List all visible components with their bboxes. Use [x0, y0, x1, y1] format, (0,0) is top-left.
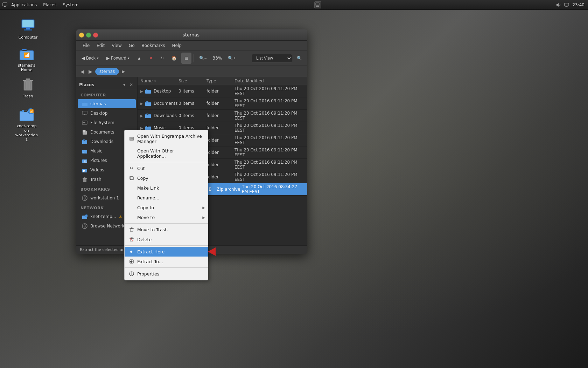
forward-dropdown-icon[interactable]: ▾	[128, 56, 130, 60]
desktop-icon-computer[interactable]: Computer	[14, 15, 42, 42]
up-button[interactable]: ▲	[134, 53, 145, 64]
expand-arrow[interactable]: ▶	[140, 102, 145, 105]
desktop-icon-xnet[interactable]: 📶 xnet-temp on workstation1	[13, 103, 41, 144]
svg-point-53	[85, 214, 88, 217]
context-menu: Open With Engrampa Archive Manager Open …	[124, 130, 208, 280]
col-date-header[interactable]: Date Modified	[234, 79, 304, 83]
location-forward-button[interactable]: ▶	[87, 68, 94, 75]
expand-arrow[interactable]: ▶	[140, 126, 145, 130]
back-dropdown-icon[interactable]: ▾	[97, 56, 99, 60]
forward-button[interactable]: ▶ Forward ▾	[103, 53, 133, 64]
search-button[interactable]: 🔍	[294, 53, 305, 64]
sidebar-item-desktop[interactable]: Desktop	[78, 109, 136, 118]
xnet-folder-icon: 📶	[18, 105, 35, 122]
breadcrumb-sternas[interactable]: sternas	[95, 68, 119, 75]
file-icon	[145, 88, 152, 95]
svg-text:📶: 📶	[29, 109, 34, 114]
menu-sep3	[125, 245, 208, 246]
open-other-icon	[129, 151, 134, 156]
reload-icon: ↻	[160, 56, 164, 61]
file-date: Thu 20 Oct 2016 09:11:20 PM EEST	[234, 123, 304, 133]
videos-icon: ▶	[82, 167, 88, 173]
menu-help[interactable]: Help	[169, 42, 185, 49]
file-type: folder	[206, 162, 234, 167]
file-date: Thu 20 Oct 2016 09:11:20 PM EEST	[234, 135, 304, 145]
close-button[interactable]	[93, 33, 98, 38]
svg-rect-15	[21, 31, 35, 32]
expand-arrow[interactable]: ▶	[140, 114, 145, 118]
sidebar-close-btn[interactable]: ✕	[128, 82, 134, 88]
sidebar-item-sternas[interactable]: sternas	[78, 99, 136, 108]
svg-text:)))): ))))	[559, 4, 561, 6]
desktop-icon-home[interactable]: 📶 sternas's Home	[13, 43, 41, 74]
back-button[interactable]: ◀ Back ▾	[78, 53, 102, 64]
file-row[interactable]: ▶ Desktop 0 items folder Thu 20 Oct 2016…	[138, 85, 307, 97]
menu-extract-to[interactable]: Extract To...	[125, 257, 208, 266]
menu-sep1	[125, 162, 208, 162]
col-name-header[interactable]: Name ▾	[140, 79, 178, 83]
menu-copy-to[interactable]: Copy to ▶	[125, 203, 208, 212]
taskbar-applications[interactable]: Applications	[8, 2, 40, 8]
sidebar-toggle-btn[interactable]: ▾	[122, 82, 127, 88]
menu-move-to[interactable]: Move to ▶	[125, 212, 208, 222]
home-button[interactable]: 🏠	[168, 53, 180, 64]
file-type: Zip archive	[217, 187, 242, 192]
menu-edit[interactable]: Edit	[93, 42, 108, 49]
file-size: 0 items	[178, 101, 206, 106]
desktop-icon-trash[interactable]: Trash	[14, 74, 42, 101]
menu-open-engrampa[interactable]: Open With Engrampa Archive Manager	[125, 131, 208, 146]
browse-network-icon	[82, 223, 88, 229]
stop-button[interactable]: ✕	[146, 53, 156, 64]
svg-text:♪: ♪	[83, 150, 85, 154]
menu-delete[interactable]: Delete	[125, 234, 208, 244]
menu-view[interactable]: View	[108, 42, 125, 49]
file-row[interactable]: ▶ Downloads 0 items folder Thu 20 Oct 20…	[138, 110, 307, 122]
sternas-item-label: sternas	[90, 101, 106, 106]
menu-go[interactable]: Go	[125, 42, 138, 49]
menu-extract-here[interactable]: Extract Here	[125, 247, 208, 257]
location-back-button[interactable]: ◀	[79, 68, 86, 75]
taskbar-system[interactable]: System	[60, 2, 81, 8]
menu-cut[interactable]: ✂ Cut	[125, 163, 208, 173]
engrampa-icon	[129, 136, 134, 142]
sidebar-title: Places	[79, 82, 94, 87]
sidebar-item-filesystem[interactable]: File System	[78, 118, 136, 127]
toolbar-sep1	[194, 54, 194, 62]
xnet-label: xnet-temp on workstation1	[15, 124, 38, 142]
taskbar-places[interactable]: Places	[40, 2, 59, 8]
rename-icon	[129, 195, 134, 200]
menu-copy[interactable]: Copy	[125, 173, 208, 183]
computer-label: Computer	[16, 35, 40, 40]
rename-label: Rename...	[137, 195, 159, 200]
zoom-in-button[interactable]: 🔍+	[225, 53, 239, 64]
zoom-out-button[interactable]: 🔍−	[196, 53, 210, 64]
breadcrumb-forward-btn[interactable]: ▶	[120, 68, 126, 75]
menu-make-link[interactable]: Make Link	[125, 183, 208, 193]
volume-icon[interactable]: ))))	[555, 2, 561, 8]
svg-rect-3	[316, 3, 319, 6]
reload-button[interactable]: ↻	[157, 53, 167, 64]
menu-rename[interactable]: Rename...	[125, 193, 208, 203]
app-indicator-icon[interactable]	[2, 2, 8, 8]
expand-arrow[interactable]: ▶	[140, 89, 145, 93]
open-other-label: Open With Other Application...	[137, 148, 204, 159]
menu-move-to-trash[interactable]: Move to Trash	[125, 225, 208, 234]
list-view-icon: ▤	[184, 56, 188, 61]
file-row[interactable]: ▶ Documents 0 items folder Thu 20 Oct 20…	[138, 97, 307, 110]
taskbar-running-app[interactable]	[314, 1, 321, 8]
display-icon[interactable]	[564, 2, 569, 8]
titlebar-buttons	[79, 33, 98, 38]
menu-file[interactable]: File	[79, 42, 93, 49]
menu-open-other[interactable]: Open With Other Application...	[125, 146, 208, 161]
menu-properties[interactable]: i Properties	[125, 269, 208, 279]
minimize-button[interactable]	[79, 33, 84, 38]
file-icon	[145, 112, 152, 119]
view-select[interactable]: List View Icon View Compact View	[252, 54, 292, 62]
view-mode-button[interactable]: ▤	[181, 53, 191, 64]
col-size-header[interactable]: Size	[178, 79, 206, 83]
svg-rect-30	[82, 111, 87, 114]
forward-label: Forward	[111, 56, 126, 61]
maximize-button[interactable]	[86, 33, 91, 38]
menu-bookmarks[interactable]: Bookmarks	[138, 42, 168, 49]
col-type-header[interactable]: Type	[206, 79, 234, 83]
